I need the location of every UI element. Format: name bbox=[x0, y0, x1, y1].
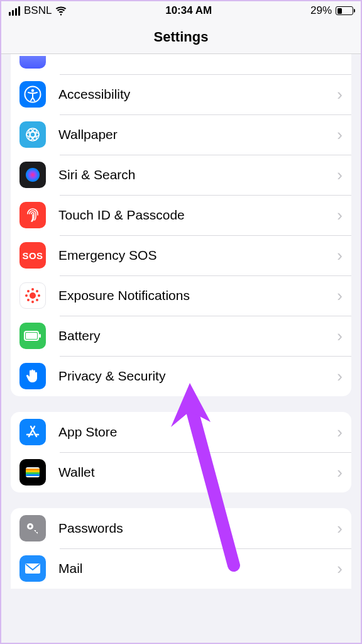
row-app-store[interactable]: App Store › bbox=[11, 412, 351, 452]
chevron-right-icon: › bbox=[337, 424, 343, 440]
row-mail[interactable]: Mail › bbox=[11, 548, 351, 589]
chevron-right-icon: › bbox=[337, 368, 343, 384]
svg-point-9 bbox=[31, 288, 34, 291]
svg-point-8 bbox=[30, 292, 36, 299]
carrier-label: BSNL bbox=[24, 4, 52, 17]
sos-icon: SOS bbox=[19, 242, 46, 269]
mail-icon bbox=[19, 555, 46, 582]
battery-icon bbox=[19, 323, 46, 349]
battery-pct-label: 29% bbox=[310, 4, 332, 17]
row-label: Wallet bbox=[58, 465, 332, 480]
status-bar: BSNL 10:34 AM 29% bbox=[1, 1, 361, 20]
svg-rect-18 bbox=[26, 333, 37, 339]
battery-icon bbox=[336, 6, 353, 15]
row-label: Exposure Notifications bbox=[58, 288, 332, 303]
chevron-right-icon: › bbox=[337, 167, 343, 183]
wallpaper-icon bbox=[19, 121, 46, 148]
row-touch-id-passcode[interactable]: Touch ID & Passcode › bbox=[11, 195, 351, 235]
row-emergency-sos[interactable]: SOS Emergency SOS › bbox=[11, 235, 351, 275]
settings-scroll[interactable]: Home Screen › Accessibility › Wallpaper … bbox=[1, 54, 361, 643]
row-label: Touch ID & Passcode bbox=[58, 208, 332, 223]
accessibility-icon bbox=[19, 81, 46, 108]
exposure-icon bbox=[19, 282, 46, 309]
row-label: Siri & Search bbox=[58, 167, 332, 182]
chevron-right-icon: › bbox=[337, 287, 343, 304]
hand-icon bbox=[19, 363, 46, 389]
svg-point-10 bbox=[31, 301, 34, 303]
key-icon bbox=[19, 515, 46, 541]
signal-icon bbox=[9, 6, 20, 16]
svg-point-16 bbox=[36, 299, 38, 301]
chevron-right-icon: › bbox=[337, 464, 343, 480]
svg-point-14 bbox=[36, 290, 38, 292]
row-label: Battery bbox=[58, 328, 332, 343]
svg-point-11 bbox=[25, 294, 28, 297]
settings-group-store: App Store › Wallet › bbox=[11, 412, 351, 492]
svg-rect-24 bbox=[26, 474, 40, 476]
chevron-right-icon: › bbox=[337, 126, 343, 143]
settings-group-accounts: Passwords › Mail › bbox=[11, 508, 351, 589]
row-home-screen[interactable]: Home Screen › bbox=[11, 54, 351, 74]
clock: 10:34 AM bbox=[165, 4, 212, 17]
fingerprint-icon bbox=[19, 202, 46, 228]
svg-point-12 bbox=[38, 294, 40, 297]
chevron-right-icon: › bbox=[337, 247, 343, 264]
chevron-right-icon: › bbox=[337, 560, 343, 577]
row-accessibility[interactable]: Accessibility › bbox=[11, 74, 351, 114]
wallet-icon bbox=[19, 459, 46, 486]
chevron-right-icon: › bbox=[337, 86, 343, 103]
home-screen-icon bbox=[19, 56, 46, 69]
row-label: Passwords bbox=[58, 521, 332, 536]
siri-icon bbox=[19, 162, 46, 188]
svg-point-13 bbox=[27, 290, 30, 292]
settings-group-general: Home Screen › Accessibility › Wallpaper … bbox=[11, 54, 351, 396]
page-title: Settings bbox=[154, 29, 209, 45]
svg-point-15 bbox=[27, 299, 30, 301]
row-label: App Store bbox=[58, 425, 332, 440]
row-battery[interactable]: Battery › bbox=[11, 316, 351, 356]
svg-rect-21 bbox=[26, 469, 40, 470]
row-siri-search[interactable]: Siri & Search › bbox=[11, 155, 351, 195]
svg-point-4 bbox=[26, 132, 39, 137]
row-exposure-notifications[interactable]: Exposure Notifications › bbox=[11, 275, 351, 316]
app-store-icon bbox=[19, 419, 46, 445]
chevron-right-icon: › bbox=[337, 520, 343, 536]
row-label: Wallpaper bbox=[58, 127, 332, 142]
svg-point-26 bbox=[29, 525, 31, 528]
svg-rect-19 bbox=[39, 334, 41, 338]
nav-bar: Settings bbox=[1, 20, 361, 54]
row-label: Emergency SOS bbox=[58, 248, 332, 263]
row-label: Mail bbox=[58, 561, 332, 576]
svg-rect-22 bbox=[26, 470, 40, 472]
svg-point-7 bbox=[26, 168, 40, 182]
svg-point-1 bbox=[31, 89, 35, 92]
chevron-right-icon: › bbox=[337, 207, 343, 223]
row-passwords[interactable]: Passwords › bbox=[11, 508, 351, 548]
wifi-icon bbox=[55, 5, 67, 16]
row-label: Privacy & Security bbox=[58, 369, 332, 384]
row-label: Accessibility bbox=[58, 87, 332, 102]
chevron-right-icon: › bbox=[337, 328, 343, 344]
svg-rect-23 bbox=[26, 472, 40, 474]
row-wallpaper[interactable]: Wallpaper › bbox=[11, 114, 351, 155]
row-wallet[interactable]: Wallet › bbox=[11, 452, 351, 492]
row-privacy-security[interactable]: Privacy & Security › bbox=[11, 356, 351, 396]
